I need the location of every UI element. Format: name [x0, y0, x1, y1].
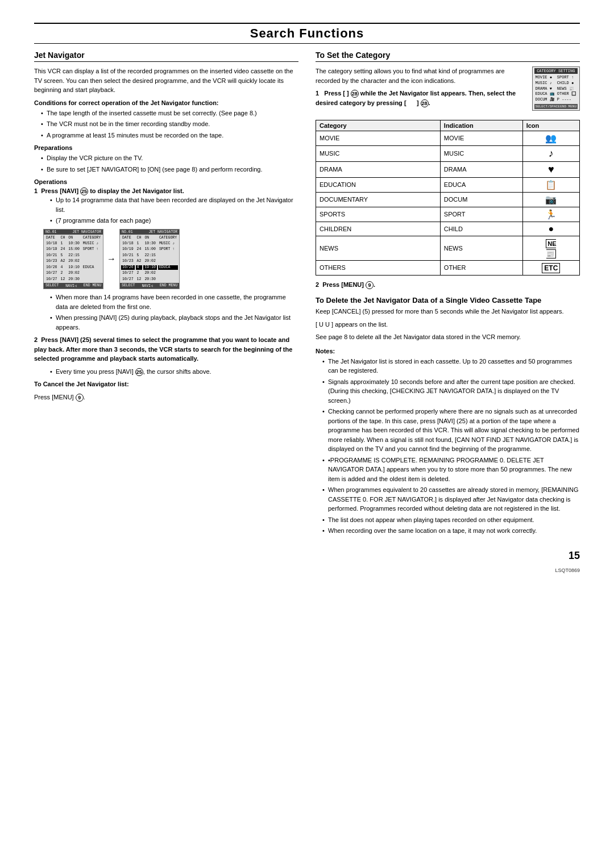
category-cell: SPORTS [316, 207, 441, 222]
indication-cell: NEWS [440, 236, 522, 260]
screen-2: NO.01JET NAVIGATOR DATECHONCATEGORY 10/1… [119, 229, 180, 290]
step-1-bullet: When pressing [NAVI] (25) during playbac… [50, 313, 298, 332]
table-row: CHILDREN CHILD ● [316, 222, 580, 236]
category-cell: MUSIC [316, 145, 441, 161]
set-category-heading: To Set the Category [316, 51, 580, 62]
step-1-details: Up to 14 programme data that have been r… [34, 195, 298, 332]
category-cell: NEWS [316, 236, 441, 260]
notes-heading: Notes: [316, 348, 580, 354]
category-cell: DRAMA [316, 161, 441, 177]
right-column: To Set the Category CATEGORY SETTING MOV… [316, 51, 580, 539]
icon-cell: 📷 [522, 192, 579, 207]
table-row: MOVIE MOVIE 👥 [316, 131, 580, 145]
category-intro-block: CATEGORY SETTING MOVIE ● SPORT ↑ MUSIC ♪… [316, 66, 580, 115]
cat-item: P ---- [557, 97, 576, 103]
indication-cell: MUSIC [440, 145, 522, 161]
icon-cell: ♥ [522, 161, 579, 177]
screen-2-header: NO.01JET NAVIGATOR [120, 229, 179, 235]
arrow-icon: → [107, 254, 116, 264]
jet-navigator-heading: Jet Navigator [34, 51, 298, 62]
cancel-text: Press [MENU] 9. [34, 393, 298, 402]
step-1-bullet: Up to 14 programme data that have been r… [50, 195, 298, 214]
left-column: Jet Navigator This VCR can display a lis… [34, 51, 298, 539]
step-1-bullet: When more than 14 programs have been rec… [50, 293, 298, 311]
delete-section-title: To Delete the Jet Navigator Data of a Si… [316, 296, 580, 304]
table-row: DOCUMENTARY DOCUM 📷 [316, 192, 580, 207]
step-2-text: 2 Press [NAVI] (25) several times to sel… [34, 335, 298, 364]
step-2-bullet: Every time you press [NAVI] 25, the curs… [50, 367, 298, 377]
cat-item: OTHER 🔲 [557, 91, 576, 97]
note-item: When programmes equivalent to 20 cassett… [322, 485, 580, 514]
icon-cell: ETC [522, 260, 579, 275]
cat-screen-footer: SELECT/SPACEEND MENU [534, 104, 578, 109]
note-item: Signals approximately 10 seconds before … [322, 377, 580, 406]
indication-cell: CHILD [440, 222, 522, 236]
step-1-label: 1 Press [NAVI] 25 to display the Jet Nav… [34, 187, 184, 194]
condition-item: The VCR must not be in the timer recordi… [41, 119, 298, 129]
screen-1: NO.01JET NAVIGATOR DATECHONCATEGORY 10/1… [43, 229, 103, 290]
page-title: Search Functions [34, 26, 580, 41]
category-table-body: MOVIE MOVIE 👥 MUSIC MUSIC ♪ DRAMA DRAMA … [316, 131, 580, 275]
step-1-bullets: Up to 14 programme data that have been r… [43, 195, 298, 226]
cat-screen-grid: MOVIE ● SPORT ↑ MUSIC ♪ CHILD ● DRAMA ♥ … [534, 74, 578, 104]
step-1-bullet: (7 programme data for each page) [50, 216, 298, 226]
screen-2-footer: SELECTNAVI◁END MENU [120, 283, 179, 289]
operations-heading: Operations [34, 178, 298, 185]
category-cell: OTHERS [316, 260, 441, 275]
icon-cell: ● [522, 222, 579, 236]
conditions-list: The tape length of the inserted cassette… [34, 108, 298, 140]
preparation-item: Display the VCR picture on the TV. [41, 153, 298, 163]
screen-1-header: NO.01JET NAVIGATOR [44, 229, 103, 235]
cat-item: DRAMA ♥ [536, 86, 555, 92]
page-code: LSQT0869 [555, 567, 580, 573]
note-item: Checking cannot be performed properly wh… [322, 407, 580, 454]
cat-item: SPORT ↑ [557, 75, 576, 81]
screen-1-footer: SELECTNAVI◁END MENU [44, 283, 103, 289]
category-cell: CHILDREN [316, 222, 441, 236]
cat-item: MOVIE ● [536, 75, 555, 81]
icon-cell: 👥 [522, 131, 579, 145]
indication-cell: DOCUM [440, 192, 522, 207]
cat-item: MUSIC ♪ [536, 81, 555, 86]
icon-cell: NE📰 [522, 236, 579, 260]
table-row: NEWS NEWS NE📰 [316, 236, 580, 260]
page-container: Search Functions Jet Navigator This VCR … [34, 23, 580, 539]
indication-cell: OTHER [440, 260, 522, 275]
cat-item: EDUCA 📺 [536, 91, 555, 97]
preparations-list: Display the VCR picture on the TV. Be su… [34, 153, 298, 174]
category-cell: EDUCATION [316, 177, 441, 192]
note-item: •PROGRAMME IS COMPLETE. REMAINING PROGRA… [322, 456, 580, 484]
table-row: SPORTS SPORT 🏃 [316, 207, 580, 222]
notes-list: The Jet Navigator list is stored in each… [316, 357, 580, 536]
condition-item: A programme at least 15 minutes must be … [41, 131, 298, 140]
conditions-heading: Conditions for correct operation of the … [34, 99, 298, 106]
page-number: 15 [569, 550, 580, 562]
delete-text-2: [ U U ] appears on the list. [316, 320, 580, 329]
table-row: DRAMA DRAMA ♥ [316, 161, 580, 177]
cat-screen-header: CATEGORY SETTING [534, 68, 578, 74]
cancel-label: To Cancel the Jet Navigator list: [34, 379, 298, 389]
indication-cell: DRAMA [440, 161, 522, 177]
step-2: 2 Press [NAVI] (25) several times to sel… [34, 335, 298, 376]
table-header-icon: Icon [522, 120, 579, 131]
step-2-details: Every time you press [NAVI] 25, the curs… [34, 367, 298, 377]
two-column-layout: Jet Navigator This VCR can display a lis… [34, 51, 580, 539]
note-item: The list does not appear when playing ta… [322, 515, 580, 525]
title-border: Search Functions [34, 23, 580, 44]
jet-navigator-intro: This VCR can display a list of the recor… [34, 66, 298, 95]
category-cell: DOCUMENTARY [316, 192, 441, 207]
preparation-item: Be sure to set [JET NAVIGATOR] to [ON] (… [41, 165, 298, 174]
icon-cell: 📋 [522, 177, 579, 192]
step-1-bullets-2: When more than 14 programs have been rec… [43, 293, 298, 332]
cat-item: CHILD ● [557, 81, 576, 86]
indication-cell: SPORT [440, 207, 522, 222]
screen-1-body: DATECHONCATEGORY 10/18110:30MUSIC ♪ 10/1… [44, 235, 103, 283]
page-title-section: Search Functions [34, 23, 580, 44]
category-table: Category Indication Icon MOVIE MOVIE 👥 M… [316, 120, 580, 276]
condition-item: The tape length of the inserted cassette… [41, 108, 298, 118]
preparations-heading: Preparations [34, 144, 298, 151]
note-item: The Jet Navigator list is stored in each… [322, 357, 580, 375]
indication-cell: EDUCA [440, 177, 522, 192]
cat-item: NEWS 📰 [557, 86, 576, 92]
screens-container: NO.01JET NAVIGATOR DATECHONCATEGORY 10/1… [43, 229, 298, 290]
